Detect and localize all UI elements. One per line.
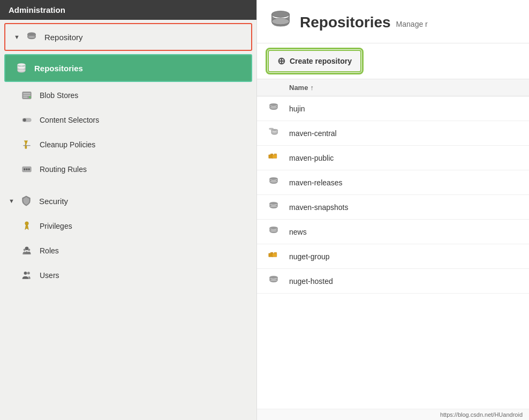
table-row[interactable]: maven-snapshots [257, 195, 529, 220]
users-label: Users [40, 271, 59, 280]
row-icon [268, 176, 289, 189]
repositories-active-item[interactable]: Repositories [4, 54, 252, 82]
svg-rect-12 [25, 146, 27, 149]
svg-point-26 [270, 103, 278, 106]
page-header: Repositories Manage r [257, 0, 529, 43]
repository-section[interactable]: ▼ Repository [4, 23, 252, 51]
row-icon [268, 151, 289, 164]
security-chevron: ▼ [9, 198, 14, 204]
svg-point-40 [270, 230, 278, 232]
create-repository-button[interactable]: ⊕ Create repository [268, 50, 361, 72]
table-row[interactable]: news [257, 220, 529, 244]
page-subtitle: Manage r [396, 20, 428, 28]
row-icon [268, 250, 289, 263]
page-title: Repositories [300, 14, 391, 31]
status-url: https://blog.csdn.net/HUandroid [440, 411, 523, 418]
cleanup-policies-icon [19, 137, 34, 152]
privileges-label: Privileges [40, 222, 72, 230]
row-icon [268, 274, 289, 288]
col-name-label: Name [289, 84, 308, 92]
table-row[interactable]: maven-central [257, 121, 529, 146]
row-name: nuget-hosted [289, 277, 518, 286]
routing-rules-item[interactable]: Routing Rules [0, 157, 256, 182]
svg-point-11 [23, 118, 26, 122]
table-row[interactable]: maven-public [257, 146, 529, 170]
content-selectors-icon [19, 112, 34, 128]
repository-parent-item[interactable]: ▼ Repository [5, 24, 251, 50]
blob-stores-item[interactable]: Blob Stores [0, 83, 256, 108]
repositories-label: Repositories [34, 64, 83, 73]
table-row[interactable]: hujin [257, 96, 529, 121]
content-selectors-label: Content Selectors [40, 116, 99, 124]
security-section[interactable]: ▼ Security [0, 188, 256, 214]
svg-rect-8 [23, 97, 27, 98]
cleanup-policies-item[interactable]: Cleanup Policies [0, 132, 256, 157]
svg-point-0 [28, 33, 36, 36]
svg-point-20 [24, 249, 26, 251]
svg-point-21 [28, 249, 30, 251]
repositories-icon [14, 61, 29, 76]
row-name: maven-public [289, 154, 518, 162]
table-header: Name ↑ [257, 79, 529, 96]
svg-point-16 [26, 168, 27, 170]
repository-chevron: ▼ [14, 34, 20, 40]
plus-icon: ⊕ [277, 55, 285, 67]
svg-point-22 [24, 272, 27, 275]
table-name-col[interactable]: Name ↑ [289, 84, 518, 92]
svg-rect-6 [23, 93, 30, 94]
row-name: maven-snapshots [289, 203, 518, 212]
svg-point-30 [269, 128, 274, 130]
security-icon [19, 193, 34, 208]
routing-rules-label: Routing Rules [40, 165, 87, 174]
privileges-icon [19, 219, 34, 234]
table-row[interactable]: maven-releases [257, 170, 529, 195]
row-name: hujin [289, 104, 518, 113]
svg-rect-33 [272, 155, 276, 159]
svg-point-45 [270, 276, 278, 279]
svg-point-27 [270, 107, 278, 109]
svg-point-1 [28, 35, 36, 39]
row-icon [268, 200, 289, 214]
svg-point-15 [24, 168, 25, 170]
roles-item[interactable]: Roles [0, 238, 256, 263]
svg-point-46 [270, 279, 278, 282]
table-row[interactable]: nuget-group [257, 244, 529, 269]
sort-indicator: ↑ [310, 84, 314, 92]
svg-point-37 [270, 202, 278, 205]
repository-table: hujin maven-central [257, 96, 529, 409]
svg-point-36 [270, 181, 278, 183]
svg-point-23 [27, 272, 30, 274]
row-icon [268, 102, 289, 115]
content-selectors-item[interactable]: Content Selectors [0, 108, 256, 132]
row-name: news [289, 228, 518, 236]
roles-label: Roles [40, 246, 59, 255]
svg-rect-43 [272, 253, 276, 257]
page-icon [268, 9, 293, 36]
row-icon [268, 126, 289, 140]
svg-point-3 [18, 66, 26, 69]
privileges-item[interactable]: Privileges [0, 214, 256, 238]
svg-rect-42 [270, 252, 273, 253]
svg-point-4 [18, 69, 26, 72]
sidebar: Administration ▼ Repository [0, 0, 257, 420]
svg-point-39 [270, 227, 278, 229]
svg-point-29 [271, 132, 278, 133]
main-content: Repositories Manage r ⊕ Create repositor… [257, 0, 529, 420]
svg-point-17 [28, 168, 30, 170]
admin-title: Administration [9, 5, 65, 14]
repository-label: Repository [44, 33, 83, 42]
roles-icon [19, 243, 34, 258]
svg-point-18 [25, 222, 29, 226]
svg-point-9 [29, 96, 31, 98]
security-label: Security [39, 197, 68, 206]
svg-rect-32 [270, 154, 273, 155]
svg-point-24 [272, 11, 290, 18]
row-name: maven-central [289, 129, 518, 138]
table-row[interactable]: nuget-hosted [257, 269, 529, 294]
svg-rect-44 [274, 252, 277, 253]
users-item[interactable]: Users [0, 263, 256, 288]
svg-point-38 [270, 205, 278, 208]
toolbar: ⊕ Create repository [257, 43, 529, 79]
create-button-label: Create repository [290, 57, 352, 65]
svg-point-25 [272, 18, 290, 25]
